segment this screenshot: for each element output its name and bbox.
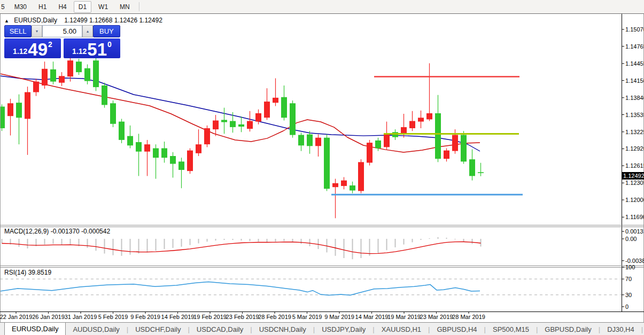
frame-layer [0, 13, 644, 322]
chart-tab-gbpusd-daily[interactable]: GBPUSD,Daily [538, 323, 598, 335]
one-click-collapse-icon[interactable]: ▲ [4, 18, 9, 24]
sell-price-pipette: 2 [48, 40, 52, 49]
timeframe-button-mn[interactable]: MN [115, 1, 135, 13]
chart-tab-sp500-m15[interactable]: SP500,M15 [486, 323, 536, 335]
timeframe-button-m30[interactable]: M30 [10, 1, 32, 13]
buy-price-big: 51 [87, 41, 107, 58]
chart-symbol-label: EURUSD,Daily [14, 17, 57, 24]
chart-header: ▲ EURUSD,Daily 1.12499 1.12668 1.12426 1… [4, 17, 162, 24]
macd-pane-layer [2, 237, 482, 259]
sell-price-prefix: 1.12 [13, 47, 27, 56]
chart-ohlc-values: 1.12499 1.12668 1.12426 1.12492 [64, 17, 162, 24]
chart-tab-bar: EURUSD,DailyAUDUSD,Daily|USDCHF,Daily|US… [0, 322, 644, 335]
volume-up-button[interactable]: ▲ [82, 25, 93, 37]
moving-averages-layer [0, 74, 480, 152]
chart-tab-usdcad-daily[interactable]: USDCAD,Daily [190, 323, 250, 335]
chart-tab-gbpusd-h4[interactable]: GBPUSD,H4 [430, 323, 484, 335]
volume-down-button[interactable]: ▼ [32, 25, 42, 37]
timeframe-button-h4[interactable]: H4 [53, 1, 71, 13]
chart-tab-usdjpy-daily[interactable]: USDJPY,Daily [315, 323, 373, 335]
chart-tab-dj30-h4[interactable]: DJ30,H4 [600, 323, 641, 335]
chart-tab-audusd-daily[interactable]: AUDUSD,Daily [66, 323, 126, 335]
chart-tab-xauusd-h1[interactable]: XAUUSD,H1 [375, 323, 428, 335]
sell-button[interactable]: SELL [4, 25, 32, 37]
buy-button[interactable]: BUY [93, 25, 120, 37]
timeframe-button-d1[interactable]: D1 [74, 1, 91, 13]
sell-price-box[interactable]: 1.12492 [4, 38, 61, 58]
timeframe-button-h1[interactable]: H1 [34, 1, 51, 13]
buy-price-box[interactable]: 1.12510 [64, 38, 120, 58]
mt4-terminal: 5 M30 H1 H4 D1 W1 MN ▲ EURUSD,Daily 1.12… [0, 0, 644, 335]
sell-price-big: 49 [28, 41, 48, 58]
volume-input[interactable] [42, 25, 82, 37]
rsi-pane-layer [0, 279, 622, 295]
buy-price-prefix: 1.12 [72, 47, 87, 56]
chart-tab-usdchf-daily[interactable]: USDCHF,Daily [128, 323, 188, 335]
buy-price-pipette: 0 [107, 40, 112, 49]
chart-tab-eurusd-daily[interactable]: EURUSD,Daily [4, 323, 66, 335]
one-click-trading-panel: SELL ▼ ▲ BUY 1.12492 1.12510 [4, 25, 120, 58]
toolbar-separator [139, 2, 140, 11]
timeframe-button-w1[interactable]: W1 [94, 1, 113, 13]
timeframe-toolbar: 5 M30 H1 H4 D1 W1 MN [0, 0, 644, 14]
chart-tab-usdcnh-daily[interactable]: USDCNH,Daily [252, 323, 313, 335]
timeframe-button-m5[interactable]: 5 [0, 1, 7, 13]
